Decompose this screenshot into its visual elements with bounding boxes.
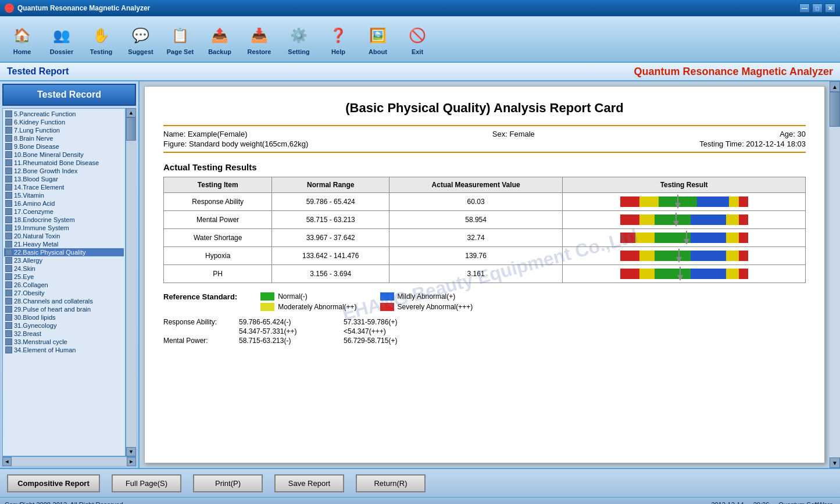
list-item-label: 24.Skin — [14, 265, 35, 272]
sidebar-list-item[interactable]: 7.Lung Function — [4, 126, 124, 134]
ref-mild-box — [380, 292, 394, 301]
sidebar-list-item[interactable]: 34.Element of Human — [4, 346, 124, 354]
maximize-button[interactable]: □ — [812, 3, 823, 13]
list-item-label: 30.Blood lipids — [14, 314, 56, 321]
toolbar-about[interactable]: 🖼️ About — [360, 20, 395, 58]
mental-val2: 56.729-58.715(+) — [344, 337, 437, 345]
list-item-icon — [5, 127, 12, 134]
patient-name: Name: Example(Female) — [163, 130, 248, 138]
backup-icon: 📤 — [207, 23, 233, 48]
sidebar-list-item[interactable]: 28.Channels and collaterals — [4, 297, 124, 305]
toolbar-home[interactable]: 🏠 Home — [5, 20, 40, 58]
sidebar-list-item[interactable]: 32.Breast — [4, 330, 124, 338]
report-scroll-track[interactable] — [830, 92, 840, 457]
sidebar-list-item[interactable]: 12.Bone Growth Index — [4, 167, 124, 175]
testing-time: Testing Time: 2012-12-14 18:03 — [699, 140, 806, 148]
scrollbar-track[interactable] — [126, 117, 136, 447]
toolbar-dossier[interactable]: 👥 Dossier — [44, 20, 79, 58]
sidebar-list-container: 5.Pancreatic Function6.Kidney Function7.… — [2, 108, 126, 456]
toolbar-backup[interactable]: 📤 Backup — [202, 20, 237, 58]
sidebar-list-item[interactable]: 18.Endocrine System — [4, 216, 124, 224]
table-cell-range: 58.715 - 63.213 — [272, 211, 389, 229]
sidebar-list-item[interactable]: 8.Brain Nerve — [4, 134, 124, 142]
sidebar: Tested Record 5.Pancreatic Function6.Kid… — [0, 81, 140, 468]
toolbar-testing[interactable]: ✋ Testing — [84, 20, 119, 58]
full-page-button[interactable]: Full Page(S) — [112, 474, 181, 492]
report-scroll-down[interactable]: ▼ — [830, 457, 840, 468]
sidebar-list-item[interactable]: 15.Vitamin — [4, 191, 124, 199]
exit-icon: 🚫 — [405, 23, 430, 48]
sidebar-scrollbar[interactable]: ▲ ▼ — [126, 108, 136, 456]
sidebar-list-item[interactable]: 20.Natural Toxin — [4, 232, 124, 240]
toolbar-suggest[interactable]: 💬 Suggest — [123, 20, 158, 58]
toolbar-page-set[interactable]: 📋 Page Set — [163, 20, 198, 58]
scrollbar-thumb[interactable] — [126, 117, 136, 141]
detail-row-mental: Mental Power: 58.715-63.213(-) 56.729-58… — [163, 337, 806, 345]
svg-marker-4 — [684, 239, 689, 245]
scroll-down-button[interactable]: ▼ — [126, 447, 136, 456]
list-item-label: 29.Pulse of heart and brain — [14, 306, 91, 313]
scroll-right-button[interactable]: ► — [127, 457, 136, 466]
detail-row-response: Response Ability: 59.786-65.424(-) 57.33… — [163, 318, 806, 326]
list-item-label: 20.Natural Toxin — [14, 233, 60, 240]
ref-moderate-box — [260, 303, 274, 311]
sidebar-title: Tested Record — [2, 84, 136, 106]
list-item-icon — [5, 298, 12, 305]
sidebar-list-item[interactable]: 31.Gynecology — [4, 321, 124, 330]
main-area: Tested Record 5.Pancreatic Function6.Kid… — [0, 81, 840, 468]
sidebar-list-item[interactable]: 16.Amino Acid — [4, 199, 124, 208]
close-button[interactable]: ✕ — [825, 3, 835, 13]
sidebar-list-item[interactable]: 25.Eye — [4, 273, 124, 281]
toolbar-help[interactable]: ❓ Help — [321, 20, 356, 58]
minimize-button[interactable]: — — [799, 3, 810, 13]
sidebar-list-item[interactable]: 13.Blood Sugar — [4, 175, 124, 183]
table-cell-result — [563, 247, 806, 265]
list-item-label: 26.Collagen — [14, 281, 48, 288]
dossier-icon: 👥 — [49, 23, 74, 48]
sidebar-list-item[interactable]: 5.Pancreatic Function — [4, 110, 124, 118]
toolbar-restore[interactable]: 📥 Restore — [242, 20, 277, 58]
toolbar-setting[interactable]: ⚙️ Setting — [281, 20, 316, 58]
table-cell-result — [563, 211, 806, 229]
sidebar-list-item[interactable]: 19.Immune System — [4, 224, 124, 232]
sidebar-list-item[interactable]: 10.Bone Mineral Density — [4, 151, 124, 159]
bottom-bar: Compositive Report Full Page(S) Print(P)… — [0, 468, 840, 497]
sidebar-list-item[interactable]: 24.Skin — [4, 264, 124, 273]
horiz-scroll-track[interactable] — [12, 457, 127, 466]
sidebar-list-item[interactable]: 9.Bone Disease — [4, 142, 124, 151]
toolbar-exit[interactable]: 🚫 Exit — [400, 20, 435, 58]
sidebar-list-item[interactable]: 17.Coenzyme — [4, 208, 124, 216]
patient-age: Age: 30 — [780, 130, 806, 138]
sidebar-list-item[interactable]: 21.Heavy Metal — [4, 240, 124, 248]
detail-values-response2: 54.347-57.331(++) <54.347(+++) — [239, 327, 437, 335]
sidebar-list-item[interactable]: 23.Allergy — [4, 256, 124, 264]
return-button[interactable]: Return(R) — [356, 474, 426, 492]
svg-rect-3 — [675, 213, 677, 221]
table-cell-item: Mental Power — [164, 211, 272, 229]
sidebar-list-item[interactable]: 14.Trace Element — [4, 183, 124, 191]
sidebar-list-item[interactable]: 33.Menstrual cycle — [4, 338, 124, 346]
sidebar-list-item[interactable]: 22.Basic Physical Quality — [4, 248, 124, 256]
window-controls[interactable]: — □ ✕ — [799, 3, 835, 13]
sidebar-list-item[interactable]: 29.Pulse of heart and brain — [4, 305, 124, 313]
report-scrollbar[interactable]: ▲ ▼ — [830, 81, 840, 468]
scroll-up-button[interactable]: ▲ — [126, 108, 136, 117]
list-item-label: 32.Breast — [14, 330, 41, 337]
sidebar-list-item[interactable]: 26.Collagen — [4, 281, 124, 289]
table-row: Hypoxia133.642 - 141.476139.76 — [164, 247, 806, 265]
sidebar-list-item[interactable]: 30.Blood lipids — [4, 313, 124, 321]
scroll-left-button[interactable]: ◄ — [2, 457, 12, 466]
table-cell-value: 60.03 — [389, 193, 563, 211]
table-cell-result — [563, 229, 806, 247]
save-report-button[interactable]: Save Report — [274, 474, 344, 492]
sidebar-list-item[interactable]: 6.Kidney Function — [4, 118, 124, 126]
compositive-report-button[interactable]: Compositive Report — [7, 474, 100, 492]
report-scroll-up[interactable]: ▲ — [830, 81, 840, 92]
report-scroll-thumb[interactable] — [830, 92, 840, 127]
svg-marker-8 — [677, 275, 683, 281]
sidebar-list-item[interactable]: 11.Rheumatoid Bone Disease — [4, 159, 124, 167]
sidebar-list-item[interactable]: 27.Obesity — [4, 289, 124, 297]
print-button[interactable]: Print(P) — [193, 474, 263, 492]
table-cell-range: 3.156 - 3.694 — [272, 265, 389, 283]
table-cell-item: PH — [164, 265, 272, 283]
